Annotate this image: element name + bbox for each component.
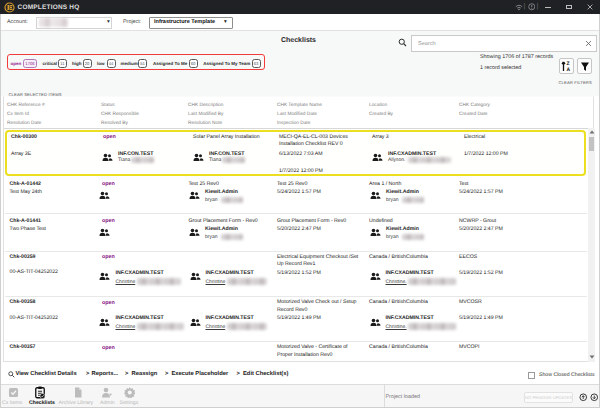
svg-text:A: A: [567, 67, 571, 73]
svg-text:Z: Z: [567, 61, 570, 67]
